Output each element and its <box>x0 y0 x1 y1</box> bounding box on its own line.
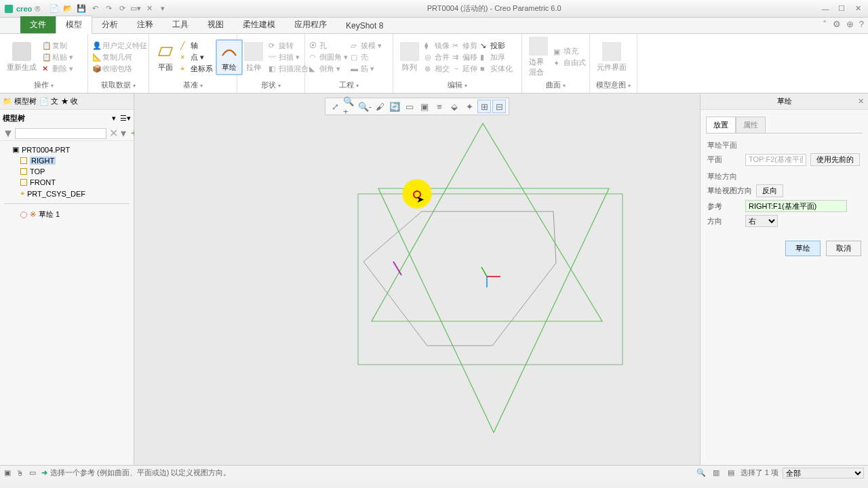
axis-button[interactable]: ╱轴 <box>180 41 213 51</box>
tree-node-right[interactable]: RIGHT <box>4 155 130 166</box>
hole-button[interactable]: ⦿孔 <box>309 41 348 51</box>
sel-icon-1[interactable]: ▥ <box>711 468 722 479</box>
thicken-button[interactable]: ▮加厚 <box>480 52 513 62</box>
windows-icon[interactable]: ▭▾ <box>130 3 142 15</box>
shell-button[interactable]: ▢壳 <box>351 52 382 62</box>
sketch-cancel-button[interactable]: 取消 <box>826 241 861 256</box>
offset-button[interactable]: ⇉偏移 <box>452 52 477 62</box>
blend-button[interactable]: ◧扫描混合 <box>269 64 309 74</box>
graphics-area[interactable]: ⤢ 🔍+ 🔍- 🖌 🔄 ▭ ▣ ≡ ⬙ ✦ ⊞ ⊟ <box>134 94 700 465</box>
solidify-button[interactable]: ■实体化 <box>480 64 513 74</box>
tree-tool-1[interactable]: ▾ <box>112 114 116 123</box>
tab-annotate[interactable]: 注释 <box>127 16 163 33</box>
tree-node-sketch[interactable]: ※草绘 1 <box>4 208 130 221</box>
filter-icon[interactable]: ▼ <box>3 127 14 140</box>
group-shape-label: 形状 <box>241 79 300 92</box>
selection-filter[interactable]: 全部 <box>783 468 864 479</box>
intent-button[interactable]: 元件界面 <box>594 41 629 74</box>
pattern-button[interactable]: 阵列 <box>397 41 422 74</box>
revolve-button[interactable]: ⟳旋转 <box>269 41 309 51</box>
settings-icon[interactable]: ⚙ <box>833 19 841 29</box>
chamfer-button[interactable]: ◣倒角 ▾ <box>309 64 348 74</box>
qat-more-icon[interactable]: ▾ <box>157 3 169 15</box>
round-button[interactable]: ◠倒圆角 ▾ <box>309 52 348 62</box>
delete-button[interactable]: ✕删除 ▾ <box>42 64 73 74</box>
extend-button[interactable]: →延伸 <box>452 64 477 74</box>
group-ops-label: 操作 <box>4 79 83 92</box>
close-model-icon[interactable]: ✕ <box>143 3 155 15</box>
status-icon-2[interactable]: 🖱 <box>16 469 24 477</box>
plane-button[interactable]: 平面 <box>153 41 178 74</box>
tree-node-top[interactable]: TOP <box>4 166 130 177</box>
paste-button[interactable]: 📋粘贴 ▾ <box>42 52 73 62</box>
sweep-button[interactable]: 〰扫描 ▾ <box>269 52 309 62</box>
tab-view[interactable]: 视图 <box>198 16 233 33</box>
close-icon[interactable]: ✕ <box>852 3 864 15</box>
project-button[interactable]: ↘投影 <box>480 41 513 51</box>
tree-tab-model[interactable]: 📁 模型树 <box>3 96 37 106</box>
find-icon[interactable]: 🔍 <box>696 468 707 479</box>
undo-icon[interactable]: ↶ <box>89 3 101 15</box>
maximize-icon[interactable]: ☐ <box>835 3 848 15</box>
tree-tab-3[interactable]: ★ 收 <box>61 96 78 106</box>
use-previous-button[interactable]: 使用先前的 <box>810 153 860 166</box>
copygeom-button[interactable]: 📐复制几何 <box>92 52 147 62</box>
panel-close-icon[interactable]: ✕ <box>858 97 864 106</box>
label-ref: 参考 <box>707 201 741 211</box>
tree-root[interactable]: ▣PRT0004.PRT <box>4 144 130 155</box>
tab-keyshot[interactable]: KeyShot 8 <box>336 18 393 33</box>
minimize-icon[interactable]: — <box>819 3 831 15</box>
extrude-button[interactable]: 拉伸 <box>241 41 266 74</box>
flip-button[interactable]: 反向 <box>756 184 783 197</box>
csys-button[interactable]: ⌖坐标系 <box>180 64 213 74</box>
mirror-button[interactable]: ⧫镜像 <box>425 41 450 51</box>
tab-tools[interactable]: 工具 <box>163 16 198 33</box>
filter-clear-icon[interactable]: ✕ <box>109 127 118 140</box>
regen-icon[interactable]: ⟳ <box>116 3 128 15</box>
draft-button[interactable]: ▱拔模 ▾ <box>351 41 382 51</box>
help-icon[interactable]: ? <box>859 19 864 29</box>
save-icon[interactable]: 💾 <box>75 3 87 15</box>
regenerate-button[interactable]: 重新生成 <box>4 41 39 74</box>
group-surface-label: 曲面 <box>526 79 585 92</box>
window-buttons: — ☐ ✕ <box>819 3 864 15</box>
globe-icon[interactable]: ⊕ <box>846 19 854 29</box>
merge-button[interactable]: ◎合并 <box>425 52 450 62</box>
tree-tool-2[interactable]: ☰▾ <box>120 114 131 123</box>
panel-tab-properties[interactable]: 属性 <box>736 117 766 133</box>
fill-button[interactable]: ▣填充 <box>553 46 586 56</box>
tree-node-front[interactable]: FRONT <box>4 177 130 188</box>
status-icon-3[interactable]: ▭ <box>29 468 36 477</box>
trim-button[interactable]: ✂修剪 <box>452 41 477 51</box>
new-icon[interactable]: 📄 <box>48 3 60 15</box>
udf-button[interactable]: 👤用户定义特征 <box>92 41 147 51</box>
sketch-ok-button[interactable]: 草绘 <box>785 241 821 256</box>
tab-model[interactable]: 模型 <box>56 16 92 34</box>
input-plane[interactable] <box>745 154 806 166</box>
boundary-button[interactable]: 边界混合 <box>526 35 551 79</box>
panel-tab-placement[interactable]: 放置 <box>706 117 736 133</box>
tree-node-csys[interactable]: ⌖PRT_CSYS_DEF <box>4 188 130 199</box>
tree-filter-input[interactable] <box>15 128 106 139</box>
collapse-ribbon-icon[interactable]: ˄ <box>823 19 827 29</box>
tree-tab-2[interactable]: 📄 文 <box>39 96 58 106</box>
status-icon-1[interactable]: ▣ <box>4 468 11 477</box>
point-button[interactable]: ×点 ▾ <box>180 52 213 62</box>
copy-button[interactable]: 📋复制 <box>42 41 73 51</box>
open-icon[interactable]: 📂 <box>62 3 74 15</box>
filter-menu-icon[interactable]: ▾ <box>121 127 126 140</box>
sel-icon-2[interactable]: ▤ <box>726 468 736 479</box>
input-ref[interactable] <box>745 200 847 212</box>
select-dir[interactable]: 右 <box>745 215 778 227</box>
tab-file[interactable]: 文件 <box>20 16 56 33</box>
window-title: PRT0004 (活动的) - Creo Parametric 6.0 <box>169 3 819 14</box>
style-button[interactable]: ✦自由式 <box>553 58 586 68</box>
shrinkwrap-button[interactable]: 📦收缩包络 <box>92 64 147 74</box>
intersect-button[interactable]: ⊗相交 <box>425 64 450 74</box>
tab-analysis[interactable]: 分析 <box>92 16 127 33</box>
rib-button[interactable]: ▬筋 ▾ <box>351 64 382 74</box>
tab-flex[interactable]: 柔性建模 <box>233 16 285 33</box>
title-bar: creo® 📄 📂 💾 ↶ ↷ ⟳ ▭▾ ✕ ▾ PRT0004 (活动的) -… <box>0 0 868 18</box>
redo-icon[interactable]: ↷ <box>102 3 115 15</box>
tab-app[interactable]: 应用程序 <box>285 16 336 33</box>
